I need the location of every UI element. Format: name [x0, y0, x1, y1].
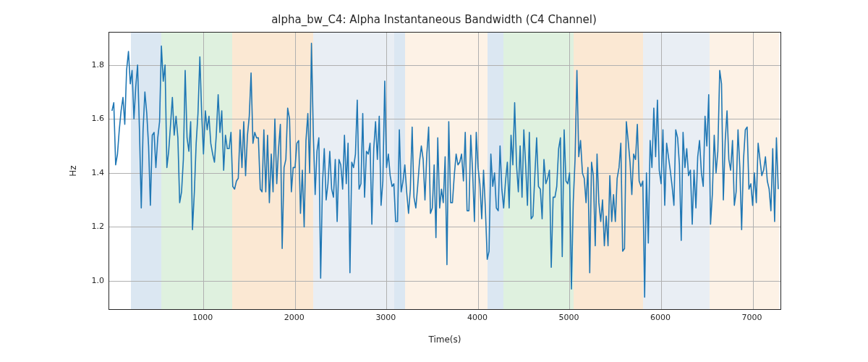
x-tick-label: 4000 — [467, 313, 488, 322]
x-tick-label: 7000 — [742, 313, 762, 322]
y-tick-label: 1.6 — [87, 114, 104, 123]
x-tick-label: 1000 — [192, 313, 213, 322]
y-tick-label: 1.0 — [87, 275, 104, 285]
chart-title: alpha_bw_C4: Alpha Instantaneous Bandwid… — [0, 13, 868, 26]
y-axis-label: Hz — [68, 32, 82, 310]
x-axis-label: Time(s) — [109, 334, 781, 345]
x-tick-label: 2000 — [284, 313, 305, 322]
x-tick-label: 3000 — [375, 313, 396, 322]
y-tick-label: 1.2 — [87, 222, 104, 231]
y-tick-label: 1.8 — [87, 59, 104, 69]
x-tick-label: 5000 — [558, 313, 579, 322]
y-tick-label: 1.4 — [87, 167, 104, 177]
figure: alpha_bw_C4: Alpha Instantaneous Bandwid… — [0, 0, 868, 362]
plot-area — [109, 32, 781, 310]
line-plot — [109, 33, 781, 310]
x-tick-label: 6000 — [650, 313, 671, 322]
